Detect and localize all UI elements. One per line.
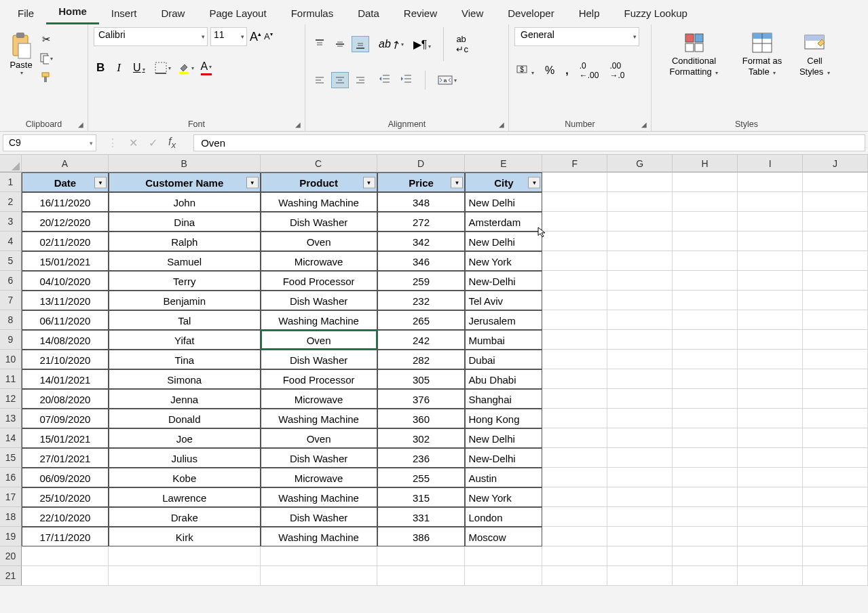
cell[interactable] <box>542 487 607 507</box>
cell[interactable] <box>738 330 803 350</box>
tab-developer[interactable]: Developer <box>495 2 566 24</box>
cell[interactable]: Austin <box>465 468 542 487</box>
cell[interactable] <box>803 330 868 350</box>
cell[interactable]: Dish Washer <box>261 212 377 231</box>
borders-button[interactable]: ▾ <box>155 62 171 74</box>
cell[interactable]: Oven <box>261 231 377 251</box>
cell[interactable]: Terry <box>109 271 261 291</box>
row-header[interactable]: 8 <box>0 310 22 330</box>
cell[interactable]: Joe <box>109 428 261 448</box>
cell[interactable]: Dish Washer <box>261 350 377 369</box>
cell[interactable] <box>673 350 738 369</box>
cell[interactable]: Tel Aviv <box>465 291 542 310</box>
cell[interactable]: 272 <box>377 212 466 231</box>
cell[interactable] <box>673 428 738 448</box>
cell[interactable]: 22/10/2020 <box>22 507 109 527</box>
cell-styles-button[interactable]: Cell Styles ▾ <box>793 27 836 77</box>
row-header[interactable]: 13 <box>0 409 22 428</box>
cell[interactable]: Microwave <box>261 468 377 487</box>
cell[interactable]: 20/08/2020 <box>22 389 109 409</box>
cell[interactable] <box>673 271 738 291</box>
cell[interactable]: London <box>465 507 542 527</box>
cell[interactable]: 06/11/2020 <box>22 310 109 330</box>
cell[interactable] <box>542 507 607 527</box>
italic-button[interactable]: I <box>114 60 124 76</box>
cell[interactable] <box>738 212 803 231</box>
cell[interactable]: 25/10/2020 <box>22 487 109 507</box>
column-header[interactable]: H <box>673 155 738 172</box>
cell[interactable]: Kobe <box>109 468 261 487</box>
cell[interactable]: Hong Kong <box>465 409 542 428</box>
row-header[interactable]: 11 <box>0 369 22 389</box>
cell[interactable]: Food Processor <box>261 369 377 389</box>
cell[interactable] <box>738 389 803 409</box>
decrease-decimal-button[interactable]: .00→.0 <box>607 60 626 81</box>
cell[interactable] <box>261 566 377 586</box>
cell[interactable]: Jerusalem <box>465 310 542 330</box>
cell[interactable] <box>803 428 868 448</box>
cell[interactable] <box>261 546 377 566</box>
cell[interactable] <box>607 310 673 330</box>
row-header[interactable]: 10 <box>0 350 22 369</box>
cell[interactable] <box>542 448 607 468</box>
percent-button[interactable]: % <box>543 63 556 78</box>
cell[interactable] <box>803 231 868 251</box>
cell[interactable] <box>673 310 738 330</box>
row-header[interactable]: 4 <box>0 231 22 251</box>
bold-button[interactable]: B <box>94 60 107 76</box>
column-header[interactable]: E <box>465 155 542 172</box>
cell[interactable] <box>738 409 803 428</box>
cell[interactable] <box>803 507 868 527</box>
name-box[interactable]: C9▾ <box>3 134 96 151</box>
cell[interactable]: 17/11/2020 <box>22 527 109 546</box>
cell[interactable]: Lawrence <box>109 487 261 507</box>
wrap-text-button[interactable]: ab↵c <box>456 34 468 54</box>
cell[interactable]: Donald <box>109 409 261 428</box>
cell[interactable] <box>673 409 738 428</box>
tab-page-layout[interactable]: Page Layout <box>197 2 278 24</box>
cell[interactable]: Tal <box>109 310 261 330</box>
cell[interactable]: Microwave <box>261 251 377 271</box>
font-color-button[interactable]: A▾ <box>201 60 212 75</box>
cell[interactable] <box>803 369 868 389</box>
cell[interactable]: Shanghai <box>465 389 542 409</box>
cell[interactable]: 259 <box>377 271 466 291</box>
paste-button[interactable]: Paste ▾ <box>5 27 37 76</box>
tab-help[interactable]: Help <box>567 2 612 24</box>
cell[interactable] <box>738 487 803 507</box>
cell[interactable] <box>542 428 607 448</box>
cell[interactable] <box>607 291 673 310</box>
align-middle-button[interactable] <box>331 36 349 52</box>
cell[interactable] <box>377 546 466 566</box>
cell[interactable]: Amsterdam <box>465 212 542 231</box>
cell[interactable] <box>607 546 673 566</box>
cell[interactable]: Dubai <box>465 350 542 369</box>
cell[interactable] <box>803 566 868 586</box>
row-header[interactable]: 14 <box>0 428 22 448</box>
cell[interactable]: 242 <box>377 330 466 350</box>
cell[interactable]: 305 <box>377 369 466 389</box>
row-header[interactable]: 7 <box>0 291 22 310</box>
cell[interactable]: Washing Machine <box>261 487 377 507</box>
cell[interactable] <box>542 251 607 271</box>
cell[interactable]: 302 <box>377 428 466 448</box>
cell[interactable]: 386 <box>377 527 466 546</box>
cell[interactable] <box>607 212 673 231</box>
cell[interactable]: 360 <box>377 409 466 428</box>
cell[interactable]: 346 <box>377 251 466 271</box>
cell[interactable] <box>542 271 607 291</box>
cell[interactable]: 265 <box>377 310 466 330</box>
conditional-formatting-button[interactable]: Conditional Formatting ▾ <box>657 27 731 77</box>
cell[interactable] <box>738 271 803 291</box>
column-header[interactable]: G <box>607 155 673 172</box>
cell[interactable] <box>22 546 109 566</box>
align-left-button[interactable] <box>311 72 328 88</box>
format-painter-button[interactable] <box>39 71 53 84</box>
cell[interactable] <box>673 468 738 487</box>
cell[interactable]: Dish Washer <box>261 507 377 527</box>
increase-decimal-button[interactable]: .0←.00 <box>578 60 601 81</box>
cell[interactable] <box>542 231 607 251</box>
number-format-select[interactable]: General▾ <box>514 27 639 46</box>
cell[interactable] <box>673 389 738 409</box>
cell[interactable]: 255 <box>377 468 466 487</box>
